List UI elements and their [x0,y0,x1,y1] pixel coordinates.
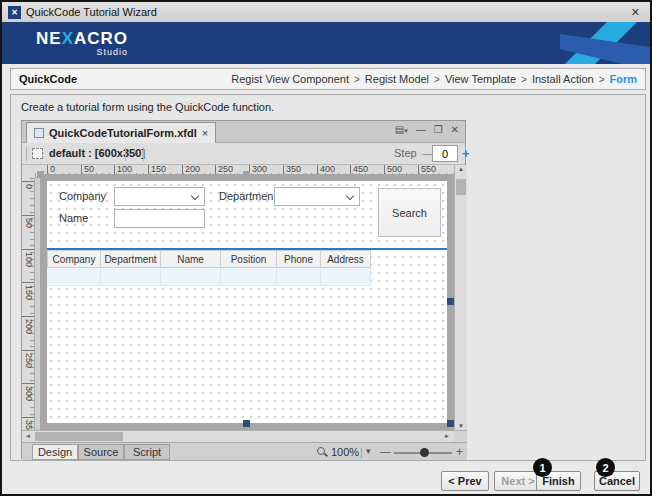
form-canvas[interactable]: Company Department Name Search Company D… [47,181,447,423]
logo-text-x: X [62,29,74,48]
prev-button[interactable]: < Prev [441,471,489,491]
add-layout-button[interactable]: + [132,147,138,159]
tab-source[interactable]: Source [78,444,124,460]
tab-script[interactable]: Script [124,444,170,460]
close-icon[interactable]: ✕ [451,124,459,135]
nexacro-logo: NEXACRO Studio [36,29,128,57]
vertical-scrollbar[interactable]: ▲ ▼ [454,165,467,430]
horizontal-scrollbar[interactable]: ◄ ► [22,430,467,442]
selection-handle-top-left[interactable] [37,171,44,178]
form-file-icon [34,128,44,138]
annotation-badge-1: 1 [533,458,552,477]
window-list-icon[interactable]: ▤▾ [395,124,408,135]
logo-text-ne: NE [36,29,62,48]
wizard-body-panel: Create a tutorial form using the QuickCo… [10,94,646,461]
tab-label: QuickCodeTutorialForm.xfdl [49,127,197,139]
selection-handle-mid-right[interactable] [447,298,454,305]
tab-quickcodetutorialform[interactable]: QuickCodeTutorialForm.xfdl × [26,122,216,143]
tab-design[interactable]: Design [32,444,78,460]
company-combobox[interactable] [114,187,205,206]
step-separator: > [354,74,360,85]
company-label: Company [59,190,106,202]
scroll-right-icon[interactable]: ► [441,431,453,442]
name-label: Name [59,212,88,224]
ruler-tick: 200 [22,316,34,334]
minimize-icon[interactable]: — [416,124,426,135]
grid-cell [321,268,371,286]
design-area: 0 50 100 150 200 250 300 350 400 450 500… [22,165,467,430]
step-regist-view-component: Regist View Component [231,73,349,85]
scroll-up-icon[interactable]: ▲ [455,166,467,172]
step-value-input[interactable] [432,145,458,162]
editor-status-strip: Design Source Script 100% | ▾ — + [22,442,467,460]
step-view-template: View Template [445,73,516,85]
ruler-tick: 300 [22,383,34,401]
step-separator: > [434,74,440,85]
grid-cell [221,268,277,286]
name-input[interactable] [114,209,205,228]
selection-handle-bottom-right[interactable] [447,420,454,427]
wizard-steps: Regist View Component > Regist Model > V… [231,73,637,85]
grid-header-company[interactable]: Company [47,250,101,268]
window-title: QuickCode Tutorial Wizard [26,6,627,18]
step-separator: > [599,74,605,85]
department-combobox[interactable] [274,187,360,206]
grid-cell [161,268,221,286]
toolbar-separator [143,147,144,161]
grid-cell [277,268,321,286]
grid-header-row: Company Department Name Position Phone A… [47,250,371,268]
scroll-left-icon[interactable]: ◄ [22,431,34,442]
page-description: Create a tutorial form using the QuickCo… [21,101,274,113]
zoom-slider-knob[interactable] [420,448,429,457]
breadcrumb: QuickCode Regist View Component > Regist… [10,68,646,90]
step-label: Step [394,147,417,159]
layout-size-label[interactable]: default : [600x350] [49,147,145,159]
grid-header-address[interactable]: Address [321,250,371,268]
step-form-active: Form [610,73,638,85]
step-regist-model: Regist Model [365,73,429,85]
wizard-window: ✕ QuickCode Tutorial Wizard ✕ NEXACRO St… [0,0,652,496]
logo-text-acro: ACRO [74,29,128,48]
vertical-scroll-thumb[interactable] [456,179,466,195]
ruler-tick: 250 [22,350,34,368]
step-separator: > [521,74,527,85]
zoom-dropdown-icon[interactable]: ▾ [366,446,371,456]
restore-icon[interactable]: ❐ [434,124,443,135]
zoom-separator: | [360,446,363,458]
brand-x-graphic [560,22,650,64]
grid-header-name[interactable]: Name [161,250,221,268]
zoom-out-button[interactable]: — [380,445,391,457]
selection-handle-bottom-center[interactable] [243,420,250,427]
search-button[interactable]: Search [378,188,441,237]
ruler-tick: 0 [22,181,34,189]
zoom-in-button[interactable]: + [456,445,463,459]
tab-close-icon[interactable]: × [202,127,208,139]
window-close-icon[interactable]: ✕ [627,6,644,19]
step-increment-button[interactable]: + [462,146,470,161]
ruler-tick: 350 [22,417,34,430]
grid-header-phone[interactable]: Phone [277,250,321,268]
toolbar-separator [125,147,126,161]
ruler-tick: 50 [22,215,34,228]
brand-banner: NEXACRO Studio [2,22,650,64]
grid-cell [47,268,101,286]
title-bar: ✕ QuickCode Tutorial Wizard ✕ [2,2,650,22]
step-install-action: Install Action [532,73,594,85]
department-label: Department [219,190,276,202]
grid-cell [101,268,161,286]
chevron-down-icon [191,192,199,200]
horizontal-scroll-thumb[interactable] [35,432,123,441]
selection-handle-top-center[interactable] [243,171,250,178]
annotation-badge-2: 2 [596,458,615,477]
layout-selection-icon [32,148,43,159]
grid-header-position[interactable]: Position [221,250,277,268]
ruler-tick: 150 [22,282,34,300]
scroll-down-icon[interactable]: ▼ [455,423,467,429]
form-editor: QuickCodeTutorialForm.xfdl × ▤▾ — ❐ ✕ de… [21,120,466,459]
form-selection-border[interactable]: Company Department Name Search Company D… [40,174,454,430]
toolbar-separator [26,147,27,161]
grid-header-department[interactable]: Department [101,250,161,268]
editor-toolbar: default : [600x350] + Step — + [22,143,465,165]
editor-tab-bar: QuickCodeTutorialForm.xfdl × ▤▾ — ❐ ✕ [22,121,465,143]
ruler-tick: 100 [22,249,34,267]
